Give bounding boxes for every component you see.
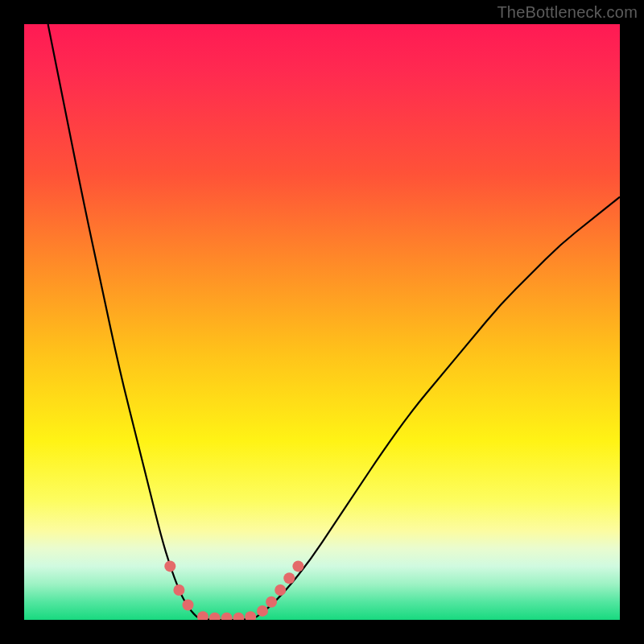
data-marker [275, 584, 286, 596]
data-marker [197, 611, 208, 620]
data-marker [221, 613, 233, 620]
data-marker [257, 605, 268, 617]
data-marker [266, 597, 277, 608]
curve-path [48, 24, 620, 620]
data-marker [292, 560, 303, 572]
plot-area [24, 24, 620, 620]
watermark-text: TheBottleneck.com [497, 3, 638, 22]
data-marker [183, 600, 194, 611]
data-marker [233, 613, 244, 620]
bottleneck-curve [24, 24, 620, 620]
chart-frame: TheBottleneck.com [0, 0, 644, 644]
data-marker [173, 584, 184, 596]
data-marker [164, 560, 175, 572]
data-marker [245, 611, 256, 620]
data-marker [209, 613, 221, 620]
data-marker [283, 572, 295, 584]
